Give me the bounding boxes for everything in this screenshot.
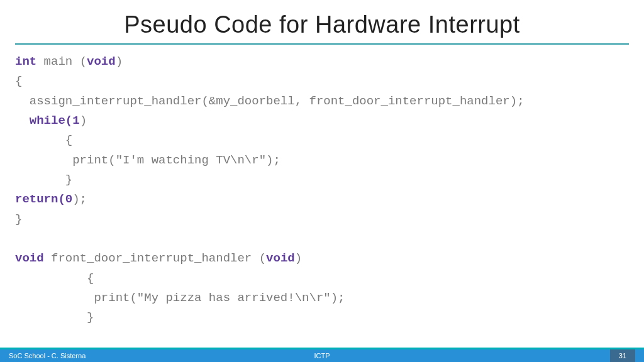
keyword-void: void (15, 251, 44, 265)
code-text: ); (72, 192, 87, 206)
keyword-void: void (266, 251, 295, 265)
code-text: front_door_interrupt_handler ( (44, 251, 266, 265)
code-text: ) (116, 55, 123, 69)
footer-bar: SoC School - C. Sisterna ICTP 31 (0, 349, 644, 362)
code-text: } (15, 310, 94, 324)
keyword-return: return(0 (15, 192, 72, 206)
code-text: ) (295, 251, 302, 265)
keyword-int: int (15, 55, 36, 69)
page-number: 31 (610, 349, 635, 362)
code-text: { (15, 133, 72, 147)
footer-center-text: ICTP (314, 352, 330, 359)
keyword-while: while(1 (15, 114, 80, 128)
code-block: int main (void) { assign_interrupt_handl… (0, 52, 644, 328)
code-text: main ( (36, 55, 87, 69)
code-text: assign_interrupt_handler(&my_doorbell, f… (15, 94, 525, 108)
keyword-void: void (87, 55, 116, 69)
code-text: print("My pizza has arrived!\n\r"); (15, 291, 345, 305)
code-text: ) (80, 114, 87, 128)
code-text: { (15, 272, 94, 285)
footer-left-text: SoC School - C. Sisterna (9, 352, 86, 359)
slide-title: Pseudo Code for Hardware Interrupt (0, 0, 644, 43)
code-text: { (15, 74, 22, 88)
code-text: } (15, 212, 22, 226)
title-divider (15, 43, 629, 45)
code-text: } (15, 173, 72, 187)
code-text: print("I'm watching TV\n\r"); (15, 153, 280, 167)
